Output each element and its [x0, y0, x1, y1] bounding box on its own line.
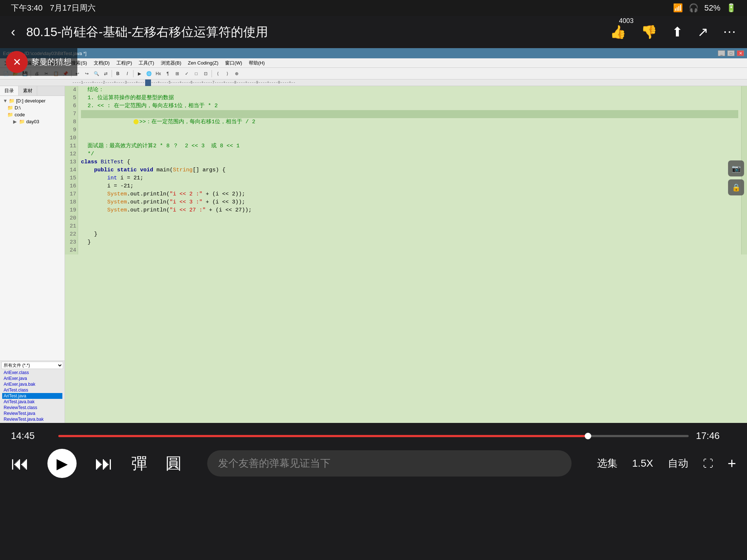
menu-window[interactable]: 窗口(W) — [222, 59, 245, 67]
toolbar-extra8[interactable]: ⟩ — [223, 69, 232, 78]
code-line-18: System.out.println("i << 3 :" + (i << 3)… — [81, 198, 738, 206]
tree-label: code — [15, 112, 25, 117]
menu-browser[interactable]: 浏览器(B) — [158, 59, 184, 67]
folder-icon: 📁 — [7, 112, 13, 117]
tree-item-d[interactable]: 📁 D:\ — [1, 104, 63, 111]
close-button[interactable]: ✕ — [737, 50, 744, 56]
line-num-24: 24 — [66, 246, 76, 254]
file-filter-select[interactable]: 所有文件 (*.*) — [1, 362, 63, 369]
code-content: 4 5 6 7 8 9 10 11 12 13 14 15 16 17 — [65, 86, 747, 254]
tree-root[interactable]: ▼ 📁 [D:] developer — [1, 97, 63, 104]
toolbar-extra2[interactable]: ¶ — [163, 69, 172, 78]
toolbar-extra4[interactable]: ✓ — [182, 69, 191, 78]
back-button[interactable]: ‹ — [11, 24, 15, 40]
toolbar-run[interactable]: ▶ — [135, 69, 144, 78]
barrage-input[interactable]: 发个友善的弹幕见证当下 — [207, 450, 572, 477]
code-line-4: 结论： — [81, 86, 738, 94]
right-controls: 选集 1.5X 自动 ⛶ + — [597, 455, 736, 472]
tree-label: D:\ — [15, 105, 21, 110]
line-num-12: 12 — [66, 150, 76, 158]
like-button[interactable]: 👍 4003 — [610, 24, 626, 40]
line-num-15: 15 — [66, 174, 76, 182]
code-editor[interactable]: 4 5 6 7 8 9 10 11 12 13 14 15 16 17 — [65, 86, 747, 424]
code-line-16: i = -21; — [81, 182, 738, 190]
toolbar-b[interactable]: B — [113, 69, 122, 78]
status-battery: 52% — [704, 3, 720, 13]
toolbar-browser[interactable]: 🌐 — [144, 69, 153, 78]
file-item-aritest-class[interactable]: AriTest.class — [2, 387, 62, 393]
toolbar-extra3[interactable]: ⊞ — [173, 69, 182, 78]
progress-track[interactable] — [58, 435, 689, 437]
code-line-13: class BitTest { — [81, 158, 738, 166]
add-button[interactable]: + — [728, 455, 736, 472]
user-avatar: ✕ — [6, 51, 28, 73]
sidebar-tab-directory[interactable]: 目录 — [0, 86, 19, 96]
file-item-ariexer-class[interactable]: AriExer.class — [2, 370, 62, 376]
line-num-9: 9 — [66, 126, 76, 134]
code-line-19: System.out.println("i << 27 :" + (i << 2… — [81, 206, 738, 214]
toolbar-extra1[interactable]: Hx — [154, 69, 163, 78]
menu-help[interactable]: 帮助(H) — [246, 59, 268, 67]
file-item-ariexer-bak[interactable]: AriExer.java.bak — [2, 381, 62, 387]
toolbar-extra9[interactable]: ⊕ — [232, 69, 241, 78]
file-item-reviewtest-bak[interactable]: ReviewTest.java.bak — [2, 416, 62, 422]
toolbar-redo[interactable]: ↪ — [82, 69, 91, 78]
prev-button[interactable]: ⏮ — [11, 453, 29, 474]
code-line-10 — [81, 134, 738, 142]
line-num-21: 21 — [66, 222, 76, 230]
menu-doc[interactable]: 文档(D) — [91, 59, 113, 67]
play-button[interactable]: ▶ — [47, 449, 77, 478]
minimize-button[interactable]: _ — [718, 50, 725, 56]
file-item-reviewtest-class[interactable]: ReviewTest.class — [2, 405, 62, 411]
toolbar: 📄 📂 💾 🖨 ✂ 📋 📌 ↩ ↪ 🔍 ⇄ B I ▶ 🌐 Hx ¶ ⊞ ✓ □… — [0, 68, 747, 79]
right-panel: 📷 🔒 — [725, 158, 747, 198]
line-num-14: 14 — [66, 166, 76, 174]
code-line-17: System.out.println("i << 2 :" + (i << 2)… — [81, 190, 738, 198]
upload-button[interactable]: ⬆ — [672, 24, 683, 40]
menu-zen[interactable]: Zen Coding(Z) — [185, 59, 221, 66]
video-area: ✕ 黎曼的猜想 EditPlus - [D:\code\day03\BitTes… — [0, 48, 747, 470]
code-line-22: } — [81, 230, 738, 238]
toolbar-i[interactable]: I — [123, 69, 132, 78]
line-num-8: 8 — [66, 118, 76, 126]
toolbar-extra5[interactable]: □ — [192, 69, 201, 78]
file-list: AriExer.class AriExer.java AriExer.java.… — [1, 369, 63, 423]
tree-root-label: [D:] developer — [16, 98, 46, 104]
file-item-aritest-bak[interactable]: AriTest.java.bak — [2, 399, 62, 405]
tree-label: day03 — [26, 119, 39, 124]
status-time: 下午3:40 — [11, 3, 43, 13]
lock-button[interactable]: 🔒 — [728, 179, 744, 195]
file-item-reviewtest-java[interactable]: ReviewTest.java — [2, 411, 62, 416]
dislike-button[interactable]: 👎 — [641, 24, 657, 40]
toolbar-replace[interactable]: ⇄ — [101, 69, 110, 78]
line-num-16: 16 — [66, 182, 76, 190]
toolbar-find[interactable]: 🔍 — [92, 69, 101, 78]
auto-button[interactable]: 自动 — [668, 456, 688, 470]
barrage-placeholder: 发个友善的弹幕见证当下 — [218, 456, 330, 470]
toolbar-extra7[interactable]: ⟨ — [213, 69, 222, 78]
screen-button[interactable]: ⛶ — [703, 458, 713, 470]
next-button[interactable]: ⏭ — [95, 453, 113, 474]
code-line-21 — [81, 222, 738, 230]
more-button[interactable]: ⋯ — [723, 24, 736, 40]
tree-item-code[interactable]: 📁 code — [1, 111, 63, 118]
current-time: 14:45 — [11, 430, 51, 442]
toolbar-extra6[interactable]: ⊡ — [201, 69, 210, 78]
file-item-ariexer-java[interactable]: AriExer.java — [2, 376, 62, 381]
menu-tools[interactable]: 工具(T) — [136, 59, 157, 67]
progress-thumb[interactable] — [585, 433, 591, 439]
barrage-button-1[interactable]: 彈 — [131, 453, 147, 474]
code-line-24 — [81, 246, 738, 254]
tree-item-day03[interactable]: ▶ 📁 day03 — [1, 118, 63, 125]
camera-button[interactable]: 📷 — [728, 160, 744, 176]
select-episode-button[interactable]: 选集 — [597, 456, 618, 470]
barrage-button-2[interactable]: 圓 — [166, 453, 182, 474]
status-battery-icon: 🔋 — [726, 3, 736, 13]
sidebar-tab-materials[interactable]: 素材 — [19, 86, 37, 96]
share-button[interactable]: ↗ — [697, 24, 708, 40]
file-item-aritest-java[interactable]: AriTest.java — [2, 393, 62, 399]
speed-button[interactable]: 1.5X — [632, 458, 653, 469]
line-num-18: 18 — [66, 198, 76, 206]
restore-button[interactable]: □ — [727, 50, 735, 56]
menu-project[interactable]: 工程(P) — [113, 59, 135, 67]
